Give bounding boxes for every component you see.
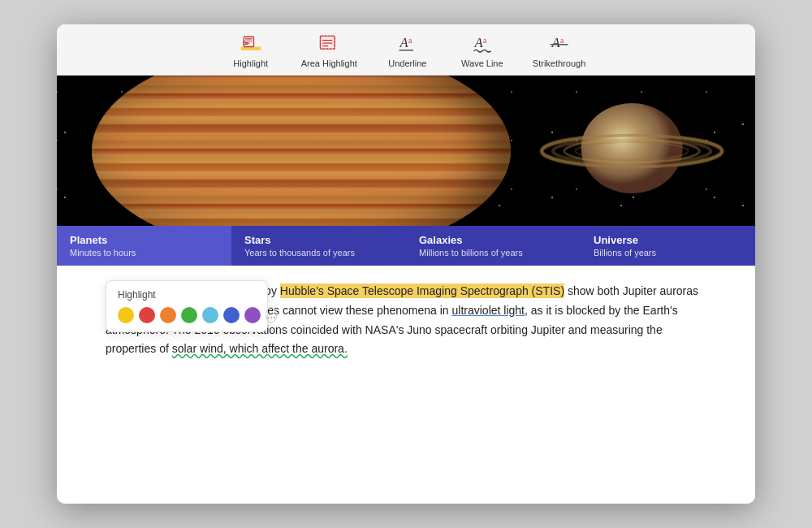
swatch-purple[interactable] [244,307,261,323]
wave-line-label: Wave Line [461,58,503,68]
category-universe-desc: Billions of years [594,248,742,258]
category-stars[interactable]: Stars Years to thousands of years [231,226,406,266]
highlighted-text[interactable]: Hubble's Space Telescope Imaging Spectro… [280,283,564,298]
category-universe[interactable]: Universe Billions of years [581,226,755,266]
category-galaxies-desc: Millions to billions of years [419,248,568,258]
highlight-panel-title: Highlight [118,289,256,301]
svg-point-22 [581,103,683,193]
svg-text:A: A [473,35,483,50]
category-planets-name: Planets [70,234,218,246]
wavy-text: solar wind, which affect the aurora. [172,342,348,355]
wave-line-icon: A a [469,32,495,55]
category-planets[interactable]: Planets Minutes to hours [57,226,231,266]
highlight-label: Highlight [233,58,268,68]
svg-text:a: a [483,36,487,45]
strikethrough-label: Strikethrough [533,58,585,68]
svg-rect-7 [321,36,335,49]
wave-line-tool[interactable]: A a Wave Line [458,32,507,68]
strikethrough-tool[interactable]: A a Strikethrough [533,32,585,68]
swatch-green[interactable] [181,307,197,323]
underline-label: Underline [388,58,426,68]
strikethrough-icon: A a [546,32,572,55]
space-image [57,76,755,226]
area-highlight-icon [316,32,342,55]
category-galaxies[interactable]: Galaxies Millions to billions of years [406,226,581,266]
app-window: ≡ Highlight Area Hi [57,24,755,504]
swatch-light-blue[interactable] [202,307,218,323]
area-highlight-label: Area Highlight [301,58,357,68]
color-swatches: … [118,307,256,323]
highlight-tool[interactable]: ≡ Highlight [227,32,275,68]
underline-tool[interactable]: A a Underline [383,32,432,68]
swatch-red[interactable] [139,307,155,323]
swatch-orange[interactable] [160,307,176,323]
svg-text:A: A [551,35,560,50]
swatch-more-button[interactable]: … [266,307,277,323]
highlight-panel: Highlight … [106,280,268,332]
svg-text:a: a [408,36,412,45]
swatch-blue[interactable] [223,307,240,323]
category-universe-name: Universe [594,234,742,246]
swatch-yellow[interactable] [118,307,134,323]
area-highlight-tool[interactable]: Area Highlight [301,32,357,68]
toolbar: ≡ Highlight Area Hi [57,24,755,76]
category-galaxies-name: Galaxies [419,234,568,246]
svg-text:A: A [399,35,408,50]
categories-bar: Planets Minutes to hours Stars Years to … [57,226,755,266]
category-stars-name: Stars [244,234,393,246]
content-area: Planets Minutes to hours Stars Years to … [57,76,755,504]
svg-text:a: a [559,36,564,45]
underline-icon: A a [395,32,421,55]
category-planets-desc: Minutes to hours [70,248,218,258]
highlight-icon: ≡ [238,32,264,55]
text-content: Highlight … Images taken in ultraviolet … [57,266,755,375]
category-stars-desc: Years to thousands of years [244,248,393,258]
underlined-text: ultraviolet light, [452,304,528,317]
